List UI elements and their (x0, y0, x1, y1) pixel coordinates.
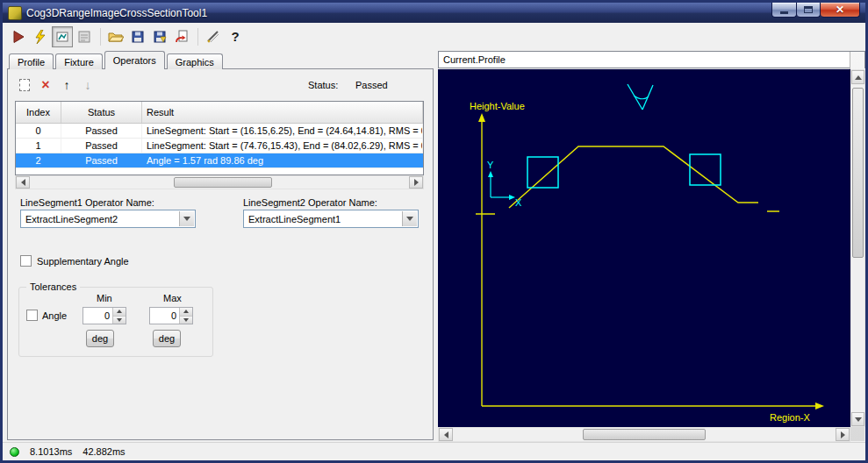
tab-profile[interactable]: Profile (9, 53, 54, 69)
add-operator-button[interactable] (15, 76, 34, 94)
scroll-up-button[interactable] (851, 70, 864, 84)
spin-up-button[interactable] (180, 308, 192, 317)
arrow-up-icon (855, 75, 862, 80)
cell-status: Passed (61, 124, 142, 138)
scroll-right-button[interactable] (836, 428, 850, 441)
spin-down-icon (117, 318, 122, 322)
scroll-down-button[interactable] (851, 412, 864, 426)
spin-down-button[interactable] (113, 317, 126, 324)
scroll-left-button[interactable] (439, 428, 453, 441)
angle-marker (628, 84, 653, 110)
main-toolbar: ? (3, 23, 865, 50)
graphics-display[interactable]: Height-Value Region-X (438, 69, 865, 442)
scroll-thumb[interactable] (583, 429, 706, 440)
canvas-vscrollbar[interactable] (850, 69, 865, 427)
chevron-down-icon[interactable] (402, 211, 417, 226)
measure-setup-button[interactable] (203, 26, 224, 47)
save-as-button[interactable] (149, 26, 170, 47)
table-row[interactable]: 0 Passed LineSegment: Start = (16.15,6.2… (16, 124, 423, 139)
table-row-selected[interactable]: 2 Passed Angle = 1.57 rad 89.86 deg (16, 153, 423, 168)
spin-down-icon (183, 318, 189, 322)
scroll-right-button[interactable] (409, 176, 423, 189)
lineseg2-value: ExtractLineSegment1 (248, 214, 358, 224)
lineseg1-combo[interactable]: ExtractLineSegment2 (20, 210, 196, 228)
arrow-right-icon (414, 179, 419, 186)
display-selector-combo[interactable]: Current.Profile (438, 51, 865, 68)
lineseg2-label: LineSegment2 Operator Name: (243, 197, 377, 208)
arrow-down-icon (855, 417, 862, 422)
run-once-button[interactable] (30, 26, 51, 47)
close-button[interactable]: ✕ (821, 3, 860, 18)
operators-toolbar: × ↑ ↓ (15, 76, 99, 94)
run-button[interactable] (8, 26, 29, 47)
lineseg1-label: LineSegment1 Operator Name: (20, 197, 154, 208)
show-results-toggle-icon (55, 30, 69, 44)
chevron-down-icon[interactable] (179, 211, 194, 226)
scroll-track[interactable] (453, 428, 836, 441)
import-button[interactable] (171, 26, 192, 47)
scroll-left-button[interactable] (16, 176, 30, 189)
coord-x-label: X (515, 197, 522, 208)
angle-max-spinner (149, 307, 193, 324)
move-up-button[interactable]: ↑ (57, 76, 76, 94)
display-selector-value: Current.Profile (443, 54, 523, 65)
show-results-toggle[interactable] (52, 26, 73, 47)
scroll-thumb[interactable] (174, 177, 272, 188)
status-led-icon (10, 447, 19, 457)
execution-time: 8.1013ms (30, 446, 72, 457)
scroll-thumb[interactable] (852, 88, 864, 258)
window-title: Cog3DRangeImageCrossSectionTool1 (26, 7, 207, 19)
angle-tolerance-row: Angle (26, 310, 67, 321)
help-button[interactable]: ? (225, 26, 246, 47)
segment1-marker (527, 157, 558, 188)
measure-setup-icon (206, 30, 220, 44)
move-down-button[interactable]: ↓ (78, 76, 97, 94)
min-unit-button[interactable]: deg (86, 330, 114, 347)
scroll-track[interactable] (30, 176, 409, 189)
save-button[interactable] (127, 26, 148, 47)
open-button[interactable] (105, 26, 126, 47)
status-value: Passed (355, 80, 388, 90)
minimize-button[interactable] (771, 3, 797, 18)
run-icon (11, 30, 25, 44)
results-graphic-button[interactable] (74, 26, 95, 47)
grid-hscrollbar[interactable] (15, 175, 424, 189)
max-unit-button[interactable]: deg (153, 330, 181, 347)
cell-index: 2 (16, 153, 61, 167)
tab-strip: Profile Fixture Operators Graphics (9, 51, 225, 69)
tab-operators[interactable]: Operators (104, 51, 165, 69)
app-icon (8, 6, 22, 20)
arrow-left-icon (444, 431, 448, 438)
tab-graphics[interactable]: Graphics (167, 53, 223, 69)
maximize-button[interactable] (797, 3, 821, 18)
titlebar[interactable]: Cog3DRangeImageCrossSectionTool1 ✕ (3, 3, 865, 23)
angle-tolerance-checkbox[interactable] (26, 310, 38, 321)
supplementary-angle-label: Supplementary Angle (37, 256, 129, 267)
status-bar: 8.1013ms 42.882ms (3, 442, 865, 460)
delete-operator-icon: × (41, 78, 49, 92)
arrow-right-icon (841, 431, 845, 438)
cell-index: 0 (16, 124, 61, 138)
cell-result: Angle = 1.57 rad 89.86 deg (142, 153, 423, 167)
column-header-index[interactable]: Index (16, 102, 61, 123)
x-axis-arrow-icon (815, 402, 824, 410)
profile-canvas[interactable]: Height-Value Region-X (438, 69, 850, 427)
canvas-hscrollbar[interactable] (438, 427, 850, 442)
table-row[interactable]: 1 Passed LineSegment: Start = (74.76,15.… (16, 139, 423, 153)
tab-fixture[interactable]: Fixture (55, 53, 103, 69)
scroll-track[interactable] (851, 84, 864, 412)
column-header-status[interactable]: Status (61, 102, 142, 123)
supplementary-angle-checkbox[interactable] (20, 255, 32, 267)
lineseg2-combo[interactable]: ExtractLineSegment1 (243, 210, 419, 228)
spin-up-button[interactable] (113, 308, 126, 317)
cell-index: 1 (16, 139, 61, 153)
column-header-result[interactable]: Result (142, 102, 423, 123)
supplementary-angle-row: Supplementary Angle (20, 255, 129, 267)
spin-down-button[interactable] (180, 317, 192, 324)
window-controls: ✕ (771, 3, 860, 18)
toolbar-separator (100, 28, 101, 46)
max-header: Max (163, 293, 182, 303)
total-time: 42.882ms (82, 446, 125, 457)
close-icon: ✕ (836, 4, 844, 15)
delete-operator-button[interactable]: × (36, 76, 55, 94)
